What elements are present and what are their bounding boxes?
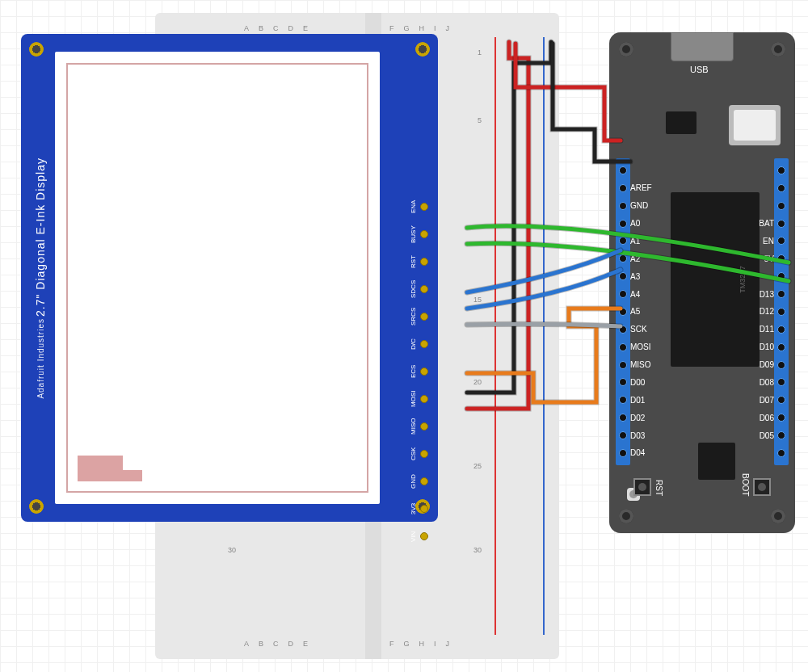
pin-hole-icon (777, 272, 785, 280)
pin-hole-icon (420, 422, 428, 430)
mcu-pin-label: SCK (630, 325, 647, 334)
mcu-pin-nc (774, 179, 785, 197)
mcu-pin-nc (774, 197, 785, 215)
mcu-pin-label: D01 (630, 396, 645, 405)
pin-hole-icon (777, 396, 785, 404)
pin-hole-icon (619, 361, 627, 369)
pin-hole-icon (619, 343, 627, 351)
power-rail-blue (543, 37, 545, 635)
pin-hole-icon (619, 449, 627, 457)
mcu-pin-en: EN (763, 233, 785, 250)
pin-hole-icon (420, 285, 428, 293)
pin-hole-icon (777, 184, 785, 192)
pin-hole-icon (619, 396, 627, 404)
mcu-pin-label: MOSI (630, 342, 651, 351)
mcu-pin-label: D08 (760, 378, 774, 387)
power-rail-red (494, 37, 496, 635)
eink-pin-label: VIN (410, 525, 417, 548)
eink-display-board: 2.7" Diagonal E-Ink Display Adafruit Ind… (21, 34, 438, 522)
eink-pin-rst: RST (410, 250, 428, 273)
pin-hole-icon (420, 230, 428, 238)
mcu-pin-label: BAT (759, 219, 774, 228)
row-label: 25 (473, 462, 482, 470)
pin-hole-icon (619, 414, 627, 422)
mcu-pin-label: GND (630, 201, 648, 210)
pin-hole-icon (420, 368, 428, 376)
row-label: 5 (478, 116, 482, 124)
eink-pin-vin: VIN (410, 525, 428, 548)
pin-hole-icon (777, 414, 785, 422)
rst-button-label: RST (654, 480, 663, 496)
mcu-pin-sck: SCK (619, 321, 647, 338)
pin-hole-icon (777, 254, 785, 262)
pin-hole-icon (619, 326, 627, 334)
eink-pin-ecs: ECS (410, 360, 428, 383)
mounting-hole-icon (619, 42, 633, 57)
pin-hole-icon (777, 326, 785, 334)
usb-label: USB (690, 65, 709, 74)
pin-hole-icon (777, 290, 785, 298)
pin-hole-icon (777, 237, 785, 245)
mcu-pin-a1: A1 (619, 233, 640, 250)
eink-pin-label: SDCS (410, 278, 417, 300)
pin-hole-icon (420, 258, 428, 266)
jst-battery-connector-icon (729, 105, 781, 145)
pin-hole-icon (619, 220, 627, 228)
pin-hole-icon (619, 290, 627, 298)
eink-screen-area (55, 52, 380, 504)
eink-pin-label: ENA (410, 195, 417, 218)
mcu-pin-label: A0 (630, 219, 640, 228)
eink-pin-label: BUSY (410, 223, 417, 246)
mcu-pin-label: A2 (630, 254, 640, 263)
mcu-pin-label: A5 (630, 307, 640, 316)
mcu-pin-label: D09 (760, 360, 774, 369)
mcu-pin-d09: D09 (760, 356, 785, 374)
eink-pin-gnd: GND (410, 470, 428, 493)
col-labels-left-bot: ABCDE (244, 640, 308, 648)
mcu-pin-label: D00 (630, 378, 645, 387)
boot-button[interactable] (753, 478, 771, 496)
pin-hole-icon (619, 166, 627, 174)
eink-pin-label: MISO (410, 415, 417, 438)
mcu-pin-nc (774, 162, 785, 179)
mcu-pin-d08: D08 (760, 374, 785, 392)
mcu-pin-label: D04 (630, 448, 645, 457)
regulator-chip-icon (666, 111, 696, 134)
pin-hole-icon (420, 313, 428, 321)
mcu-pin-label: D07 (760, 396, 774, 405)
mcu-pin-label: D11 (760, 325, 774, 334)
row-label: 30 (473, 546, 482, 554)
pin-hole-icon (777, 361, 785, 369)
pin-hole-icon (420, 505, 428, 513)
eink-subtitle: Adafruit Industries (36, 318, 45, 399)
mcu-pin-label: EN (763, 237, 774, 246)
eink-pin-label: SRCS (410, 305, 417, 328)
mcu-pin-d05: D05 (760, 426, 785, 444)
pin-hole-icon (420, 450, 428, 458)
pin-hole-icon (619, 254, 627, 262)
mcu-pin-label: 5V (764, 254, 774, 263)
eink-pin-3v3: 3V3 (410, 498, 428, 520)
mcu-pin-d06: D06 (760, 409, 785, 426)
mcu-pin-label: D12 (760, 307, 774, 316)
mounting-hole-icon (771, 42, 785, 57)
eink-pin-label: CSK (410, 443, 417, 465)
rst-button[interactable] (633, 478, 651, 496)
row-label: 1 (478, 48, 482, 57)
eink-pin-mosi: MOSI (410, 388, 428, 410)
mcu-pin-label: AREF (630, 183, 652, 192)
mcu-pin-mosi: MOSI (619, 338, 651, 356)
mcu-pin-d00: D00 (619, 374, 645, 392)
mcu-pin-nc (774, 444, 785, 462)
mcu-pin-d10: D10 (760, 338, 785, 356)
mcu-pin-label: A4 (630, 290, 640, 299)
mcu-pin-label: MISO (630, 360, 651, 369)
pin-hole-icon (619, 272, 627, 280)
mcu-pin-label: D13 (760, 290, 774, 299)
eink-pin-d-c: D/C (410, 333, 428, 355)
pin-hole-icon (619, 308, 627, 316)
mcu-pin-label: D03 (630, 431, 645, 440)
eink-pin-label: RST (410, 250, 417, 273)
pin-hole-icon (420, 477, 428, 485)
mounting-hole-icon (619, 509, 633, 523)
